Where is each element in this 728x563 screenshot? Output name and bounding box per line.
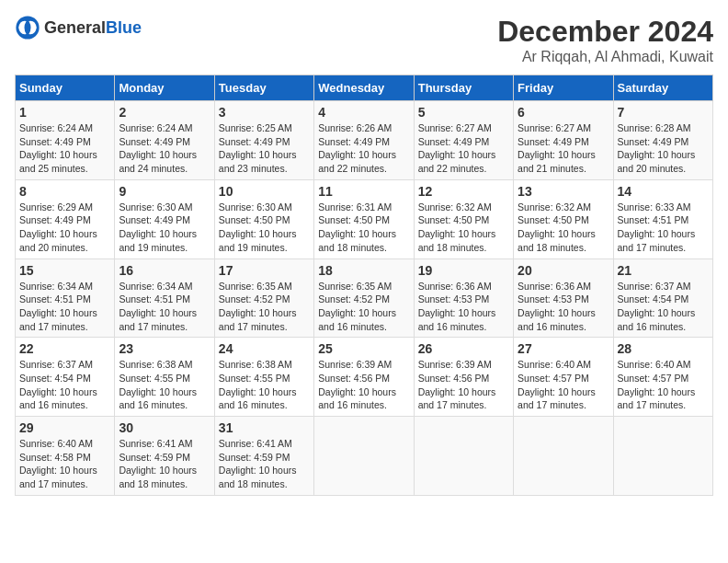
calendar-cell: 12 Sunrise: 6:32 AMSunset: 4:50 PMDaylig…	[414, 179, 513, 259]
day-detail: Sunrise: 6:39 AMSunset: 4:56 PMDaylight:…	[418, 359, 496, 410]
month-title: December 2024	[497, 15, 713, 49]
day-number: 11	[318, 184, 409, 199]
day-detail: Sunrise: 6:36 AMSunset: 4:53 PMDaylight:…	[418, 281, 496, 332]
calendar-cell: 13 Sunrise: 6:32 AMSunset: 4:50 PMDaylig…	[514, 179, 613, 259]
calendar-week-3: 15 Sunrise: 6:34 AMSunset: 4:51 PMDaylig…	[16, 259, 713, 338]
calendar-week-2: 8 Sunrise: 6:29 AMSunset: 4:49 PMDayligh…	[16, 179, 713, 259]
day-detail: Sunrise: 6:25 AMSunset: 4:49 PMDaylight:…	[219, 122, 297, 174]
calendar-week-5: 29 Sunrise: 6:40 AMSunset: 4:58 PMDaylig…	[16, 417, 713, 496]
weekday-header-thursday: Thursday	[414, 75, 513, 101]
calendar-cell: 9 Sunrise: 6:30 AMSunset: 4:49 PMDayligh…	[115, 179, 214, 259]
day-number: 22	[19, 341, 110, 356]
day-detail: Sunrise: 6:30 AMSunset: 4:49 PMDaylight:…	[119, 201, 197, 253]
calendar-cell: 24 Sunrise: 6:38 AMSunset: 4:55 PMDaylig…	[214, 338, 313, 417]
logo: GeneralBlue	[15, 15, 142, 40]
day-number: 2	[119, 105, 210, 120]
day-detail: Sunrise: 6:32 AMSunset: 4:50 PMDaylight:…	[418, 201, 496, 253]
day-detail: Sunrise: 6:27 AMSunset: 4:49 PMDaylight:…	[418, 122, 496, 174]
calendar-cell: 17 Sunrise: 6:35 AMSunset: 4:52 PMDaylig…	[214, 259, 313, 338]
calendar-cell: 7 Sunrise: 6:28 AMSunset: 4:49 PMDayligh…	[613, 101, 712, 180]
location-title: Ar Riqqah, Al Ahmadi, Kuwait	[497, 49, 713, 65]
calendar-cell: 6 Sunrise: 6:27 AMSunset: 4:49 PMDayligh…	[514, 101, 613, 180]
calendar-week-4: 22 Sunrise: 6:37 AMSunset: 4:54 PMDaylig…	[16, 338, 713, 417]
day-number: 6	[518, 105, 609, 120]
day-number: 27	[518, 341, 609, 356]
day-number: 10	[219, 184, 310, 199]
calendar-table: SundayMondayTuesdayWednesdayThursdayFrid…	[15, 75, 713, 496]
calendar-cell: 1 Sunrise: 6:24 AMSunset: 4:49 PMDayligh…	[16, 101, 115, 180]
day-detail: Sunrise: 6:40 AMSunset: 4:57 PMDaylight:…	[618, 359, 696, 410]
calendar-cell: 15 Sunrise: 6:34 AMSunset: 4:51 PMDaylig…	[16, 259, 115, 338]
day-detail: Sunrise: 6:40 AMSunset: 4:57 PMDaylight:…	[518, 359, 596, 410]
day-number: 25	[318, 341, 409, 356]
calendar-cell: 21 Sunrise: 6:37 AMSunset: 4:54 PMDaylig…	[613, 259, 712, 338]
calendar-cell: 5 Sunrise: 6:27 AMSunset: 4:49 PMDayligh…	[414, 101, 513, 180]
calendar-cell: 14 Sunrise: 6:33 AMSunset: 4:51 PMDaylig…	[613, 179, 712, 259]
day-number: 24	[219, 341, 310, 356]
day-number: 23	[119, 341, 210, 356]
weekday-header-tuesday: Tuesday	[214, 75, 313, 101]
day-number: 5	[418, 105, 509, 120]
day-number: 28	[618, 341, 709, 356]
day-detail: Sunrise: 6:37 AMSunset: 4:54 PMDaylight:…	[618, 281, 696, 332]
day-number: 18	[318, 263, 409, 278]
day-number: 1	[19, 105, 110, 120]
day-detail: Sunrise: 6:33 AMSunset: 4:51 PMDaylight:…	[618, 201, 696, 253]
calendar-cell: 4 Sunrise: 6:26 AMSunset: 4:49 PMDayligh…	[314, 101, 414, 180]
weekday-header-sunday: Sunday	[16, 75, 115, 101]
day-detail: Sunrise: 6:34 AMSunset: 4:51 PMDaylight:…	[19, 281, 97, 332]
calendar-cell: 10 Sunrise: 6:30 AMSunset: 4:50 PMDaylig…	[214, 179, 313, 259]
day-detail: Sunrise: 6:38 AMSunset: 4:55 PMDaylight:…	[119, 359, 197, 410]
day-number: 15	[19, 263, 110, 278]
day-number: 17	[219, 263, 310, 278]
calendar-cell	[514, 417, 613, 496]
calendar-cell: 2 Sunrise: 6:24 AMSunset: 4:49 PMDayligh…	[115, 101, 214, 180]
day-number: 4	[318, 105, 409, 120]
day-number: 7	[618, 105, 709, 120]
calendar-cell: 25 Sunrise: 6:39 AMSunset: 4:56 PMDaylig…	[314, 338, 414, 417]
day-detail: Sunrise: 6:28 AMSunset: 4:49 PMDaylight:…	[618, 122, 696, 174]
calendar-cell: 20 Sunrise: 6:36 AMSunset: 4:53 PMDaylig…	[514, 259, 613, 338]
calendar-cell: 16 Sunrise: 6:34 AMSunset: 4:51 PMDaylig…	[115, 259, 214, 338]
day-detail: Sunrise: 6:24 AMSunset: 4:49 PMDaylight:…	[119, 122, 197, 174]
logo-blue: Blue	[106, 18, 142, 37]
day-detail: Sunrise: 6:41 AMSunset: 4:59 PMDaylight:…	[219, 438, 297, 489]
day-detail: Sunrise: 6:29 AMSunset: 4:49 PMDaylight:…	[19, 201, 97, 253]
logo-icon	[15, 15, 40, 40]
day-number: 30	[119, 420, 210, 435]
day-number: 19	[418, 263, 509, 278]
calendar-cell: 22 Sunrise: 6:37 AMSunset: 4:54 PMDaylig…	[16, 338, 115, 417]
weekday-header-saturday: Saturday	[613, 75, 712, 101]
calendar-cell: 28 Sunrise: 6:40 AMSunset: 4:57 PMDaylig…	[613, 338, 712, 417]
day-detail: Sunrise: 6:31 AMSunset: 4:50 PMDaylight:…	[318, 201, 396, 253]
weekday-header-monday: Monday	[115, 75, 214, 101]
day-number: 31	[219, 420, 310, 435]
day-detail: Sunrise: 6:34 AMSunset: 4:51 PMDaylight:…	[119, 281, 197, 332]
day-number: 21	[618, 263, 709, 278]
calendar-cell: 29 Sunrise: 6:40 AMSunset: 4:58 PMDaylig…	[16, 417, 115, 496]
day-detail: Sunrise: 6:30 AMSunset: 4:50 PMDaylight:…	[219, 201, 297, 253]
day-detail: Sunrise: 6:40 AMSunset: 4:58 PMDaylight:…	[19, 438, 97, 489]
day-detail: Sunrise: 6:36 AMSunset: 4:53 PMDaylight:…	[518, 281, 596, 332]
calendar-week-1: 1 Sunrise: 6:24 AMSunset: 4:49 PMDayligh…	[16, 101, 713, 180]
calendar-cell: 26 Sunrise: 6:39 AMSunset: 4:56 PMDaylig…	[414, 338, 513, 417]
calendar-cell: 30 Sunrise: 6:41 AMSunset: 4:59 PMDaylig…	[115, 417, 214, 496]
calendar-cell: 23 Sunrise: 6:38 AMSunset: 4:55 PMDaylig…	[115, 338, 214, 417]
calendar-cell: 3 Sunrise: 6:25 AMSunset: 4:49 PMDayligh…	[214, 101, 313, 180]
day-detail: Sunrise: 6:35 AMSunset: 4:52 PMDaylight:…	[318, 281, 396, 332]
calendar-cell: 27 Sunrise: 6:40 AMSunset: 4:57 PMDaylig…	[514, 338, 613, 417]
day-number: 16	[119, 263, 210, 278]
day-detail: Sunrise: 6:24 AMSunset: 4:49 PMDaylight:…	[19, 122, 97, 174]
day-detail: Sunrise: 6:35 AMSunset: 4:52 PMDaylight:…	[219, 281, 297, 332]
day-detail: Sunrise: 6:41 AMSunset: 4:59 PMDaylight:…	[119, 438, 197, 489]
weekday-header-friday: Friday	[514, 75, 613, 101]
day-detail: Sunrise: 6:39 AMSunset: 4:56 PMDaylight:…	[318, 359, 396, 410]
day-number: 20	[518, 263, 609, 278]
calendar-cell: 31 Sunrise: 6:41 AMSunset: 4:59 PMDaylig…	[214, 417, 313, 496]
day-detail: Sunrise: 6:38 AMSunset: 4:55 PMDaylight:…	[219, 359, 297, 410]
calendar-cell	[314, 417, 414, 496]
day-number: 13	[518, 184, 609, 199]
logo-general: General	[44, 18, 106, 37]
day-number: 9	[119, 184, 210, 199]
calendar-cell: 19 Sunrise: 6:36 AMSunset: 4:53 PMDaylig…	[414, 259, 513, 338]
